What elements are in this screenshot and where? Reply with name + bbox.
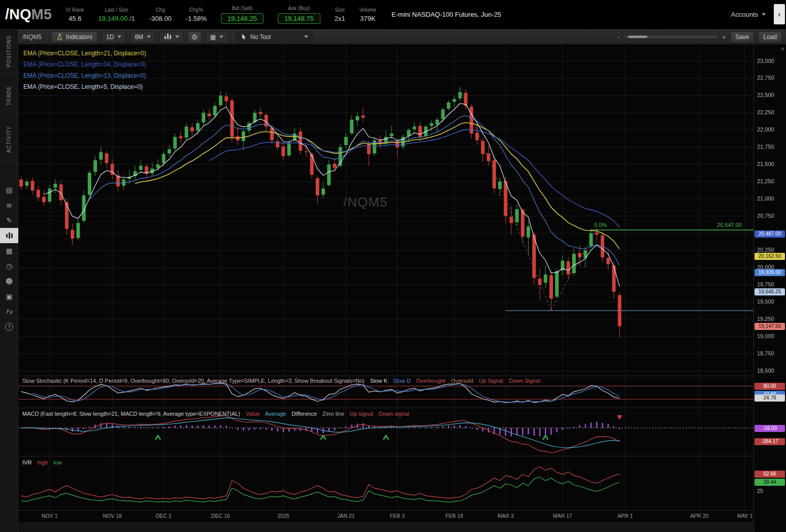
volume-label: Volume: [359, 7, 376, 13]
chart-settings-button[interactable]: ⚙: [188, 31, 202, 43]
axis-value-bubble: -384.17: [755, 438, 785, 445]
chevron-down-icon: [117, 36, 121, 38]
sidebar-tab-trade[interactable]: TRADE: [0, 74, 18, 118]
box-icon[interactable]: ▣: [0, 289, 18, 304]
timeframe-dropdown[interactable]: 1D: [102, 31, 126, 43]
accounts-dropdown[interactable]: Accounts: [731, 11, 766, 18]
watchlist-icon[interactable]: ▤: [0, 182, 18, 197]
time-axis-label: MAR 3: [498, 513, 514, 519]
ivr-panel-canvas[interactable]: [18, 456, 754, 510]
legend-item: high: [37, 459, 48, 466]
sidebar-tab-activity[interactable]: ACTIVITY: [0, 118, 18, 162]
ivr-title: IVR: [22, 459, 31, 466]
collapse-panel-button[interactable]: ‹: [774, 4, 785, 24]
price-axis-label: 21,500: [757, 161, 774, 167]
bottom-strip: [18, 522, 786, 532]
stochastic-title: Slow Stochastic (K Period=14, D Period=9…: [22, 378, 365, 384]
zoom-slider[interactable]: [624, 36, 718, 38]
chart-symbol-label: /NQM5: [22, 34, 42, 41]
time-axis-label: FEB 18: [445, 513, 463, 519]
sidebar-icon-rail: ▤≡✎▦◷☻▣Fx?: [0, 182, 18, 335]
drawing-tool-dropdown[interactable]: No Tool: [237, 31, 313, 43]
indicators-button[interactable]: Indicators: [51, 31, 97, 43]
zoom-slider-handle[interactable]: [628, 36, 647, 38]
fx-icon[interactable]: Fx: [0, 304, 18, 319]
chart-icon[interactable]: [0, 228, 18, 243]
time-axis-label: DEC 2: [156, 513, 172, 519]
price-axis-label: 21,750: [757, 144, 774, 150]
last-label: Last / Size: [105, 7, 128, 13]
chevron-down-icon: [304, 36, 308, 38]
toolbar-separator: [232, 32, 233, 42]
legend-item: Overbought: [416, 378, 445, 384]
price-axis-label: 18,500: [757, 368, 774, 374]
axis-value-bubble: -16.03: [755, 425, 785, 432]
left-sidebar: POSITIONS TRADE ACTIVITY ▤≡✎▦◷☻▣Fx?: [0, 29, 18, 532]
symbol-watermark: /NQM5: [343, 194, 387, 210]
save-button[interactable]: Save: [730, 31, 754, 43]
legend-item: Slow D: [393, 378, 411, 384]
jump-to-latest-icon[interactable]: »: [779, 47, 786, 51]
price-axis-label: 18,750: [757, 350, 774, 356]
ask-label: Ask (Buy): [288, 6, 310, 11]
symbol-title: /NQM5: [5, 6, 52, 23]
time-axis-label: MAY 1: [737, 513, 753, 519]
axis-value-bubble: 20,162.50: [755, 253, 785, 260]
stochastic-label-row: Slow Stochastic (K Period=14, D Period=9…: [22, 378, 540, 384]
axis-value-bubble: 39.44: [755, 479, 785, 486]
layout-grid-icon: ▦: [210, 34, 216, 41]
list-icon[interactable]: ≡: [0, 197, 18, 213]
price-axis-label: 20,750: [757, 213, 774, 219]
price-axis-label: 21,000: [757, 195, 774, 202]
apps-grid-icon[interactable]: ▦: [0, 243, 18, 258]
bid-button[interactable]: 19,148.25: [221, 13, 264, 24]
price-axis-label: 19,000: [757, 333, 774, 339]
chg-value: -308.00: [149, 15, 172, 22]
legend-item: Slow K: [370, 378, 387, 384]
chart-type-dropdown[interactable]: [159, 31, 184, 43]
ivr-axis-label: 25: [757, 488, 763, 494]
range-dropdown[interactable]: 6M: [130, 31, 155, 43]
time-axis-label: FEB 3: [390, 513, 405, 519]
chevron-down-icon: [219, 36, 223, 38]
notes-icon[interactable]: ✎: [0, 213, 18, 228]
time-axis[interactable]: NOV 1NOV 18DEC 2DEC 162025JAN 21FEB 3FEB…: [18, 510, 754, 522]
price-axis-label: 22,500: [757, 92, 774, 98]
time-axis-label: APR 20: [690, 513, 708, 519]
axis-value-bubble: 19,926.00: [755, 269, 785, 276]
help-icon[interactable]: ?: [0, 319, 18, 335]
legend-item: Value: [246, 411, 259, 417]
iv-rank-stat: IV Rank 45.6: [66, 7, 84, 22]
price-axis-label: 19,250: [757, 316, 774, 322]
chart-canvas-region[interactable]: EMA (Price=CLOSE, Length=21, Displace=0)…: [18, 45, 754, 532]
ask-button[interactable]: 19,148.75: [278, 13, 320, 24]
legend-item: Zero line: [322, 411, 344, 417]
flask-icon: [56, 34, 63, 40]
gear-icon: ⚙: [191, 33, 198, 41]
time-axis-label: NOV 18: [103, 513, 122, 519]
panel-separator: [18, 408, 786, 408]
price-chart-canvas[interactable]: [18, 45, 754, 376]
size-stat: Size 2x1: [335, 7, 345, 22]
last-value: 19,149.00: [98, 15, 127, 22]
price-axis[interactable]: » 23,00022,75022,50022,25022,00021,75021…: [754, 45, 786, 532]
volume-stat: Volume 379K: [359, 7, 376, 22]
price-axis-label: 22,000: [757, 126, 774, 132]
zoom-in-button[interactable]: +: [722, 33, 726, 41]
legend-item: Down signal: [379, 411, 409, 417]
iv-rank-value: 45.6: [69, 15, 81, 22]
clock-icon[interactable]: ◷: [0, 258, 18, 274]
chg-pct-stat: Chg% -1.58%: [186, 7, 207, 22]
zoom-out-button[interactable]: -: [617, 33, 620, 41]
load-button[interactable]: Load: [758, 31, 782, 43]
chg-label: Chg: [156, 7, 165, 13]
sidebar-tab-positions[interactable]: POSITIONS: [0, 29, 18, 74]
people-icon[interactable]: ☻: [0, 274, 18, 289]
accounts-label: Accounts: [731, 11, 758, 18]
chevron-down-icon: [762, 13, 766, 16]
panel-separator: [18, 456, 786, 456]
time-axis-label: DEC 16: [211, 513, 230, 519]
chevron-down-icon: [147, 36, 151, 38]
chart-layout-dropdown[interactable]: ▦: [206, 31, 228, 43]
size-value: 2x1: [335, 15, 345, 22]
